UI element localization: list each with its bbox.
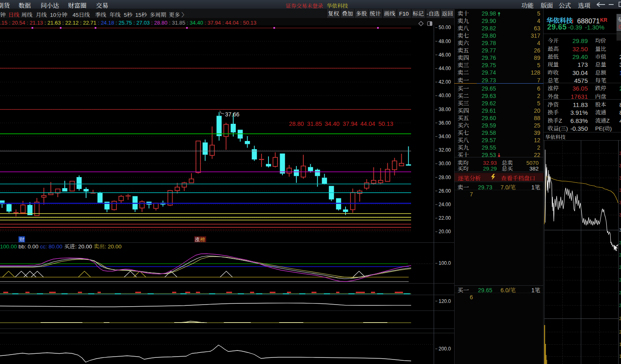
svg-text:36.00: 36.00 bbox=[439, 119, 451, 126]
svg-text:28.00: 28.00 bbox=[439, 173, 451, 180]
svg-text:46.00: 46.00 bbox=[439, 51, 451, 58]
svg-text:37.94: 37.94 bbox=[343, 119, 357, 127]
svg-text:44.04: 44.04 bbox=[360, 119, 375, 127]
svg-text:1: 1 bbox=[619, 341, 621, 347]
svg-text:200.0: 200.0 bbox=[439, 345, 451, 352]
svg-text:100.00 bb: 0.00 cc: 80.00 买进:: 100.00 bb: 0.00 cc: 80.00 买进: 20.00 卖出: … bbox=[0, 242, 121, 250]
svg-text:2: 2 bbox=[619, 315, 621, 321]
svg-text:28.80: 28.80 bbox=[289, 119, 304, 127]
svg-text:涨榜: 涨榜 bbox=[195, 236, 205, 243]
svg-text:3: 3 bbox=[619, 187, 621, 193]
svg-text:32.00: 32.00 bbox=[439, 146, 451, 153]
svg-text:2: 2 bbox=[619, 302, 621, 308]
svg-text:26.00: 26.00 bbox=[439, 187, 451, 194]
svg-text:38.00: 38.00 bbox=[439, 105, 451, 112]
svg-text:2: 2 bbox=[619, 252, 621, 258]
svg-text:24.00: 24.00 bbox=[439, 200, 451, 207]
svg-text:34.40: 34.40 bbox=[325, 119, 339, 127]
svg-text:20.00: 20.00 bbox=[439, 228, 451, 234]
svg-text:2: 2 bbox=[619, 239, 621, 246]
svg-text:3: 3 bbox=[619, 175, 621, 181]
svg-text:120.0: 120.0 bbox=[439, 297, 451, 304]
svg-text:50.00: 50.00 bbox=[439, 23, 451, 30]
svg-text:42.00: 42.00 bbox=[439, 78, 451, 85]
svg-text:50.13: 50.13 bbox=[378, 119, 393, 127]
svg-text:44.00: 44.00 bbox=[439, 64, 451, 71]
svg-text:2: 2 bbox=[619, 277, 621, 283]
svg-text:30.00: 30.00 bbox=[439, 159, 451, 166]
svg-text:3: 3 bbox=[619, 162, 621, 168]
svg-text:100.0: 100.0 bbox=[439, 259, 451, 266]
svg-text:3: 3 bbox=[619, 199, 621, 205]
svg-text:3: 3 bbox=[619, 227, 621, 233]
svg-text:37.66: 37.66 bbox=[225, 110, 239, 118]
svg-text:3: 3 bbox=[619, 150, 621, 156]
svg-text:2: 2 bbox=[619, 329, 621, 335]
svg-text:3: 3 bbox=[619, 212, 621, 218]
svg-text:2: 2 bbox=[619, 264, 621, 270]
svg-text:22.00: 22.00 bbox=[439, 214, 451, 221]
svg-text:40.00: 40.00 bbox=[439, 91, 451, 98]
svg-text:2: 2 bbox=[619, 289, 621, 296]
svg-text:34.00: 34.00 bbox=[439, 132, 451, 139]
svg-text:1: 1 bbox=[619, 353, 621, 359]
svg-text:48.00: 48.00 bbox=[439, 37, 451, 44]
svg-text:31.85: 31.85 bbox=[307, 119, 322, 127]
